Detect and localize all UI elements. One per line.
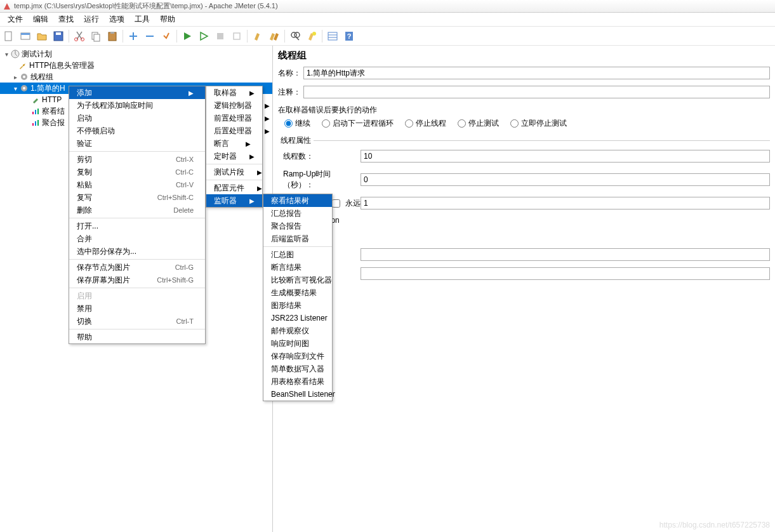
- menu-item[interactable]: 聚合报告: [263, 220, 332, 232]
- menu-edit[interactable]: 编辑: [28, 13, 53, 26]
- menu-item[interactable]: 保存屏幕为图片Ctrl+Shift-G: [69, 274, 205, 286]
- menu-item[interactable]: 保存响应到文件: [263, 350, 332, 362]
- rampup-label: Ramp-Up时间（秒）：: [278, 169, 361, 190]
- cut-icon[interactable]: [72, 29, 87, 44]
- clear-icon[interactable]: [250, 29, 265, 44]
- tree-root-label: 测试计划: [22, 49, 52, 60]
- radio-continue[interactable]: 继续: [284, 118, 310, 129]
- menu-item[interactable]: 汇总报告: [263, 207, 332, 220]
- menu-item[interactable]: 验证: [69, 137, 205, 150]
- tree-root[interactable]: ▾ 测试计划: [0, 48, 272, 60]
- threads-input[interactable]: [361, 150, 770, 163]
- clear-all-icon[interactable]: [267, 29, 282, 44]
- menu-item[interactable]: 定时器▶: [206, 150, 262, 163]
- run-icon[interactable]: [180, 29, 195, 44]
- menu-item[interactable]: 切换Ctrl-T: [69, 315, 205, 328]
- menu-item[interactable]: 后端监听器: [263, 232, 332, 245]
- collapse-icon[interactable]: [142, 29, 157, 44]
- templates-icon[interactable]: [18, 29, 33, 44]
- shutdown-icon[interactable]: [229, 29, 244, 44]
- tree-view-results-label: 察看结: [42, 106, 65, 117]
- stop-icon[interactable]: [213, 29, 228, 44]
- comment-label: 注释：: [278, 87, 303, 98]
- copy-icon[interactable]: [88, 29, 103, 44]
- menu-item[interactable]: 启用: [69, 289, 205, 302]
- menu-item[interactable]: 邮件观察仪: [263, 324, 332, 337]
- config-panel: 线程组 名称： 注释： 在取样器错误后要执行的动作 继续 启动下一进程循环 停止…: [273, 46, 775, 532]
- menu-item[interactable]: 配置元件▶: [206, 182, 262, 194]
- error-action-label: 在取样器错误后要执行的动作: [278, 105, 770, 116]
- new-icon[interactable]: [1, 29, 17, 44]
- menu-item[interactable]: 为子线程添加响应时间: [69, 99, 205, 112]
- radio-stop-now[interactable]: 立即停止测试: [510, 118, 567, 129]
- menu-item[interactable]: BeanShell Listener: [263, 388, 332, 401]
- toggle-icon[interactable]: [159, 29, 174, 44]
- menu-item[interactable]: 打开...: [69, 220, 205, 232]
- name-input[interactable]: [303, 67, 770, 79]
- comment-input[interactable]: [303, 86, 770, 98]
- menu-item[interactable]: 图形结果: [263, 299, 332, 312]
- pipette-icon: [30, 95, 41, 105]
- reset-search-icon[interactable]: [304, 29, 319, 44]
- menu-item[interactable]: JSR223 Listener: [263, 312, 332, 324]
- menu-help[interactable]: 帮助: [155, 13, 180, 26]
- context-menu-add[interactable]: 取样器▶逻辑控制器▶前置处理器▶后置处理器▶断言▶定时器▶测试片段▶配置元件▶监…: [206, 86, 263, 208]
- menu-item[interactable]: 监听器▶: [206, 194, 262, 207]
- menu-item[interactable]: 响应时间图: [263, 337, 332, 350]
- function-helper-icon[interactable]: [325, 29, 340, 44]
- menu-item[interactable]: 汇总图: [263, 248, 332, 261]
- menu-item[interactable]: 启动: [69, 112, 205, 124]
- menu-item[interactable]: 简单数据写入器: [263, 362, 332, 375]
- menu-run[interactable]: 运行: [79, 13, 104, 26]
- menu-item[interactable]: 禁用: [69, 302, 205, 315]
- menu-item[interactable]: 合并: [69, 232, 205, 245]
- radio-stop-thread[interactable]: 停止线程: [405, 118, 446, 129]
- menu-item[interactable]: 剪切Ctrl-X: [69, 153, 205, 166]
- expand-icon[interactable]: [126, 29, 141, 44]
- paste-icon[interactable]: [105, 29, 120, 44]
- menu-item[interactable]: 生成概要结果: [263, 286, 332, 299]
- menu-item[interactable]: 选中部分保存为...: [69, 245, 205, 258]
- menu-options[interactable]: 选项: [104, 13, 129, 26]
- menu-item[interactable]: 不停顿启动: [69, 124, 205, 137]
- menu-item[interactable]: 断言结果: [263, 261, 332, 274]
- menu-item[interactable]: 复制Ctrl-C: [69, 166, 205, 178]
- menu-item[interactable]: 比较断言可视化器: [263, 274, 332, 286]
- radio-stop-test[interactable]: 停止测试: [458, 118, 499, 129]
- context-menu-main[interactable]: 添加▶为子线程添加响应时间启动不停顿启动验证剪切Ctrl-X复制Ctrl-C粘贴…: [69, 86, 206, 344]
- menu-item[interactable]: 后置处理器▶: [206, 124, 262, 137]
- menu-item[interactable]: 测试片段▶: [206, 166, 262, 178]
- extra-input-1[interactable]: [361, 248, 770, 261]
- menu-item[interactable]: 添加▶: [69, 86, 205, 99]
- menu-item[interactable]: 删除Delete: [69, 204, 205, 216]
- menu-item[interactable]: 保存节点为图片Ctrl-G: [69, 261, 205, 274]
- menu-item[interactable]: 用表格察看结果: [263, 375, 332, 388]
- menu-item[interactable]: 取样器▶: [206, 86, 262, 99]
- help-icon[interactable]: ?: [341, 29, 357, 44]
- rampup-input[interactable]: [361, 173, 770, 186]
- search-icon[interactable]: [288, 29, 303, 44]
- svg-point-29: [23, 87, 25, 90]
- menu-item[interactable]: 帮助: [69, 331, 205, 343]
- menu-search[interactable]: 查找: [53, 13, 79, 26]
- open-icon[interactable]: [34, 29, 50, 44]
- menu-item[interactable]: 前置处理器▶: [206, 112, 262, 124]
- menu-item[interactable]: 断言▶: [206, 137, 262, 150]
- tree-thread-group[interactable]: ▸ 线程组: [0, 71, 272, 83]
- loop-input[interactable]: [361, 197, 770, 209]
- menu-item[interactable]: 粘贴Ctrl-V: [69, 178, 205, 191]
- save-icon[interactable]: [51, 29, 66, 44]
- forever-checkbox[interactable]: [332, 199, 340, 208]
- run-no-pause-icon[interactable]: [196, 29, 211, 44]
- menu-file[interactable]: 文件: [3, 13, 28, 26]
- menu-tools[interactable]: 工具: [129, 13, 155, 26]
- menu-item[interactable]: 逻辑控制器▶: [206, 99, 262, 112]
- svg-rect-4: [56, 32, 61, 35]
- radio-next-loop[interactable]: 启动下一进程循环: [322, 118, 394, 129]
- menu-item[interactable]: 复写Ctrl+Shift-C: [69, 191, 205, 204]
- menu-item[interactable]: 察看结果树: [263, 194, 332, 207]
- context-menu-listener[interactable]: 察看结果树汇总报告聚合报告后端监听器汇总图断言结果比较断言可视化器生成概要结果图…: [263, 194, 333, 401]
- extra-input-2[interactable]: [361, 267, 770, 280]
- svg-rect-32: [37, 109, 39, 114]
- tree-http-header[interactable]: HTTP信息头管理器: [0, 60, 272, 71]
